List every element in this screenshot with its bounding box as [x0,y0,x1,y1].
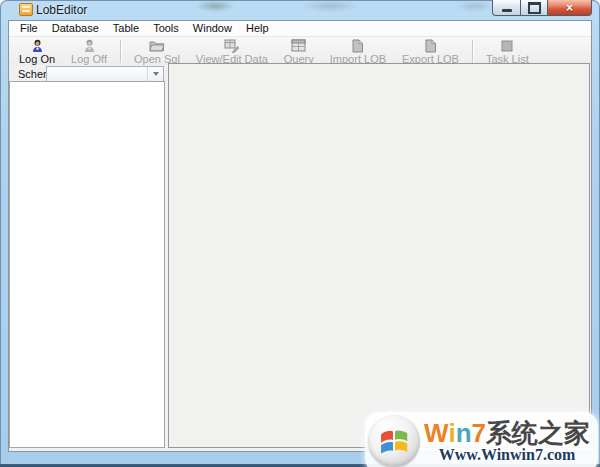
aero-glass-smudge [195,0,235,12]
toolbar-button-log-off[interactable]: Log Off [63,37,115,65]
user-logon-icon [29,39,45,53]
maximize-button[interactable] [521,0,548,16]
toolbar-button-view-edit-data[interactable]: View/Edit Data [188,37,276,65]
query-grid-icon [291,39,307,53]
toolbar-button-label: Log Off [71,53,107,65]
menu-table[interactable]: Table [106,21,146,36]
watermark: Win7系统之家 Www.Winwin7.com [365,412,598,467]
menu-bar: File Database Table Tools Window Help [9,21,591,37]
import-document-icon [350,39,366,53]
minimize-button[interactable] [492,0,521,16]
table-edit-icon [224,39,240,53]
toolbar-button-log-on[interactable]: Log On [11,37,63,65]
brand-suffix: 系统之家 [486,418,590,448]
windows-logo-icon [368,415,420,467]
brand-letter: 7 [472,418,486,448]
toolbar-separator [120,40,121,63]
close-button[interactable]: × [548,0,592,16]
menu-database[interactable]: Database [45,21,106,36]
aero-glass-smudge [300,0,360,12]
export-document-icon [422,39,438,53]
task-list-icon [499,39,515,53]
client-area: File Database Table Tools Window Help Lo… [8,20,592,452]
schema-combobox[interactable] [46,66,164,82]
close-icon: × [566,2,573,14]
user-logoff-icon [81,39,97,53]
toolbar-button-import-lob[interactable]: Import LOB [322,37,394,65]
window-title: LobEditor [36,3,87,17]
menu-file[interactable]: File [13,21,45,36]
brand-letter: W [424,418,448,448]
title-bar[interactable]: LobEditor × [0,0,600,20]
toolbar-button-task-list[interactable]: Task List [478,37,537,65]
toolbar-button-open-sql[interactable]: Open Sql [126,37,188,65]
schema-tree-panel[interactable] [9,81,165,448]
toolbar-button-query[interactable]: Query [276,37,322,65]
minimize-icon [502,9,512,12]
open-folder-icon [149,39,165,53]
app-icon [19,3,33,16]
brand-letter: n [456,418,472,448]
menu-window[interactable]: Window [186,21,239,36]
app-window: LobEditor × File Database Table Tools Wi… [0,0,600,467]
brand-letter: i [448,418,455,448]
menu-tools[interactable]: Tools [146,21,186,36]
watermark-brand: Win7系统之家 [424,420,590,446]
maximize-icon [528,2,541,14]
main-workspace-panel [168,63,590,448]
window-controls: × [492,0,592,16]
menu-help[interactable]: Help [239,21,276,36]
toolbar-button-export-lob[interactable]: Export LOB [394,37,467,65]
aero-glass-smudge [455,0,495,12]
chevron-down-icon[interactable] [147,67,163,81]
toolbar-separator [472,40,473,63]
watermark-url: Www.Winwin7.com [439,446,576,463]
watermark-text: Win7系统之家 Www.Winwin7.com [424,420,590,463]
toolbar: Log On Log Off [9,37,591,65]
toolbar-button-label: Log On [19,53,55,65]
